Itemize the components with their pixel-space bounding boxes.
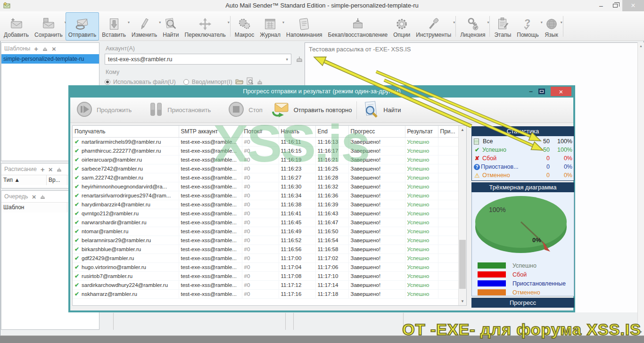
table-row[interactable]: birkarshblue@rambler.ru test-exe-xss@ram… [73,245,458,253]
column-thread[interactable]: Поток# [242,126,279,137]
pause-button[interactable]: Приостановить [149,101,211,119]
dialog-minimize-button[interactable]: – [529,89,533,94]
dropdown-arrow-icon[interactable]: ▾ [487,20,489,24]
column-note[interactable]: При... [438,126,458,137]
help-button[interactable]: ? Помощь ▾ [514,12,541,41]
continue-button[interactable]: Продолжить [76,101,132,119]
column-progress[interactable]: Прогресс [348,126,405,137]
table-scrollbar[interactable]: ▲ ▼ [458,126,466,305]
license-button[interactable]: Лицензия ▾ [457,12,488,41]
table-row[interactable]: belararnnirsar29@rambler.ru test-exe-xss… [73,236,458,245]
table-row[interactable]: harydirnbarzzir4@rambler.ru test-exe-xss… [73,200,458,209]
queue-column-template[interactable]: Шаблон [1,203,67,212]
paste-button[interactable]: Вставить ▾ [99,12,129,41]
resend-button[interactable]: Отправить повторно [271,100,352,120]
table-row[interactable]: nskharrarz@rambler.ru test-exe-xss@rambl… [73,289,458,298]
column-result[interactable]: Результат [405,126,438,137]
journal-button[interactable]: Журнал ▾ [257,12,283,41]
dropdown-arrow-icon[interactable]: ▾ [228,20,230,24]
use-file-radio[interactable] [105,79,110,85]
table-row[interactable]: narwrarshardir@rambler.ru test-exe-xss@r… [73,218,458,227]
table-row[interactable]: sarm.222742@rambler.ru test-exe-xss@ramb… [73,173,458,182]
table-row[interactable]: gdf22429@rambler.ru test-exe-xss@ramble.… [73,253,458,262]
table-row[interactable]: pharnthircuc.222277@rambler.ru test-exe-… [73,146,458,155]
restore-icon [613,4,618,8]
success-check-icon [74,220,82,225]
scroll-up-icon[interactable]: ▲ [638,44,644,48]
tools-button[interactable]: Инструменты ▾ [413,12,454,41]
window-title: Auto Mail Sender™ Standard Edition - sim… [0,2,644,9]
column-end[interactable]: End [315,126,348,137]
stat-icon [474,164,480,170]
dialog-find-button[interactable]: Найти [362,100,401,120]
account-combobox[interactable]: test-exe-xss@rambler.ru ▾ [105,54,291,65]
table-row[interactable]: rusirtob7@rambler.ru test-exe-xss@ramble… [73,271,458,280]
success-check-icon [74,246,82,252]
table-row[interactable]: ntomar@rambler.ru test-exe-xss@ramble...… [73,227,458,236]
backup-button[interactable]: Бекап/восстановление [325,12,391,41]
table-row[interactable]: sardirkarchowdhury224@rambler.ru test-ex… [73,280,458,289]
stamp-icon[interactable] [295,54,304,65]
add-button[interactable]: Добавить [1,12,32,41]
input-import-radio[interactable] [183,79,189,85]
use-file-radio-label: Использовать файл(U) [113,79,176,85]
dropdown-arrow-icon[interactable]: ▾ [453,20,455,24]
table-row[interactable]: renartarsirlvarrodrirgues2974@ram... tes… [73,191,458,200]
stamp-icon[interactable] [42,45,48,52]
edit-button[interactable]: Изменить ▾ [129,12,160,41]
stages-button[interactable]: Этапы [491,12,514,41]
column-smtp[interactable]: SMTP аккаунт [179,126,242,137]
add-template-icon[interactable]: + [34,45,38,52]
legend-swatch [478,271,506,278]
send-button[interactable]: Отправить [66,12,99,41]
table-row[interactable]: oirlerarcuarp@rambler.ru test-exe-xss@ra… [73,155,458,164]
find-button[interactable]: Найти [160,12,182,41]
dialog-maximize-button[interactable] [538,89,545,94]
dropdown-arrow-icon[interactable]: ▾ [561,20,562,24]
column-recipient[interactable]: Получатель [73,126,179,137]
schedule-column-time[interactable]: Вр... [47,175,67,185]
message-scrollbar[interactable]: ▲ ▼ [637,42,644,335]
table-row[interactable]: sarbece7242@rambler.ru test-exe-xss@ramb… [73,164,458,173]
template-list-item[interactable]: simple-personalized-template-ru [1,54,99,64]
statistics-body: Все 50 100% Успешно 50 100% Сбой 0 [471,136,574,181]
column-start[interactable]: Начать [279,126,315,137]
scroll-down-icon[interactable]: ▼ [459,299,466,303]
close-button[interactable]: × [622,0,644,11]
schedule-column-type[interactable]: Тип ▲ [1,175,47,185]
scrollbar-thumb[interactable] [459,240,466,289]
send-icon [75,16,89,32]
macro-button[interactable]: Макрос [232,12,257,41]
legend-item: Успешно [478,261,566,270]
scroll-up-icon[interactable]: ▲ [459,128,466,132]
switch-button[interactable]: Переключатель ▾ [182,12,228,41]
table-row[interactable]: nartarlirarmirchels99@rambler.ru test-ex… [73,137,458,146]
stamp-icon[interactable] [256,78,264,86]
delete-schedule-icon[interactable]: × [49,166,53,173]
save-button[interactable]: Сохранить ▾ [32,12,66,41]
delete-queue-icon[interactable]: × [32,193,36,200]
chevron-down-icon[interactable]: ▾ [286,57,288,62]
table-row[interactable]: heyirhirnnonhouegnondarvird@ra... test-e… [73,182,458,191]
success-check-icon [74,211,82,216]
delete-template-icon[interactable]: × [52,45,56,52]
stamp-icon[interactable] [40,193,46,200]
table-row[interactable]: hugo.virtorirno@rambler.ru test-exe-xss@… [73,262,458,271]
panel-edge-line [403,313,404,330]
restore-button[interactable] [608,0,622,11]
titlebar: Auto Mail Sender™ Standard Edition - sim… [0,0,644,11]
options-button[interactable]: Опции [390,12,413,41]
reminders-button[interactable]: Напоминания [283,12,325,41]
globe-icon [545,16,559,32]
language-button[interactable]: Язык ▾ [542,12,561,41]
minimize-button[interactable]: – [594,0,608,11]
scroll-down-icon[interactable]: ▼ [638,330,644,334]
dialog-close-button[interactable]: × [551,87,571,96]
stop-button[interactable]: Стоп [228,101,262,119]
add-schedule-icon[interactable]: + [41,166,45,173]
stamp-icon[interactable] [56,166,62,173]
table-row[interactable]: qvrntgo212@rambler.ru test-exe-xss@rambl… [73,209,458,218]
pie-label-0: 0% [532,237,541,244]
open-file-icon[interactable] [235,78,244,86]
legend-swatch [478,289,506,295]
